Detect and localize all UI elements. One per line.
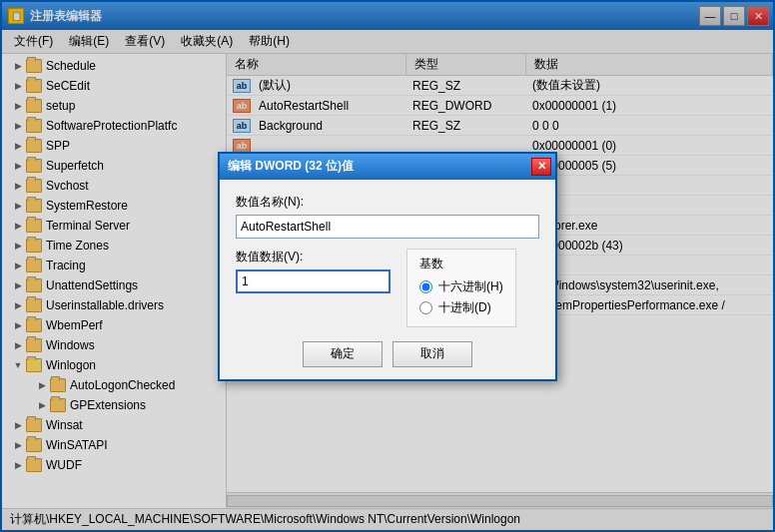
dialog-title: 编辑 DWORD (32 位)值 [228,158,354,175]
cancel-button[interactable]: 取消 [392,341,472,367]
dialog-row: 数值数据(V): 基数 十六进制(H) 十进制(D) [236,249,539,327]
dialog-body: 数值名称(N): 数值数据(V): 基数 十六进制(H) [220,180,555,379]
data-input-group: 数值数据(V): [236,249,390,293]
radio-dec[interactable]: 十进制(D) [419,299,503,316]
field-data-label: 数值数据(V): [236,249,390,266]
base-radio-group: 基数 十六进制(H) 十进制(D) [406,249,516,327]
radio-hex[interactable]: 十六进制(H) [419,278,503,295]
radio-hex-input[interactable] [419,280,432,293]
dialog-title-buttons: ✕ [531,158,551,176]
field-name-label: 数值名称(N): [236,194,539,211]
dialog-dword: 编辑 DWORD (32 位)值 ✕ 数值名称(N): 数值数据(V): 基数 [218,152,557,381]
base-label: 基数 [419,256,503,272]
dialog-title-bar: 编辑 DWORD (32 位)值 ✕ [220,154,555,180]
radio-dec-label: 十进制(D) [438,299,491,316]
ok-button[interactable]: 确定 [303,341,383,367]
dialog-close-button[interactable]: ✕ [531,158,551,176]
field-name-input[interactable] [236,215,539,239]
main-window: 📋 注册表编辑器 — □ ✕ 文件(F) 编辑(E) 查看(V) 收藏夹(A) … [0,0,775,532]
radio-hex-label: 十六进制(H) [438,278,503,295]
field-data-input[interactable] [236,269,390,293]
dialog-buttons: 确定 取消 [236,341,539,367]
radio-dec-input[interactable] [419,301,432,314]
modal-overlay: 编辑 DWORD (32 位)值 ✕ 数值名称(N): 数值数据(V): 基数 [2,2,773,530]
